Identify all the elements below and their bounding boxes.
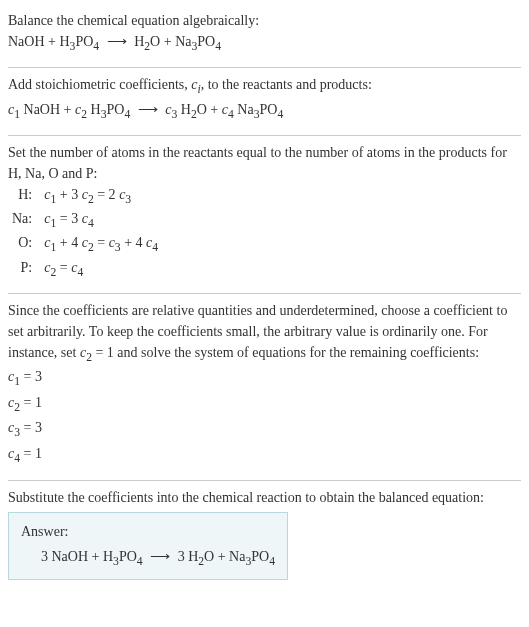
- eq-part: 3 H: [178, 549, 199, 564]
- eq-text: =: [94, 235, 109, 250]
- atom-equation-h: c1 + 3 c2 = 2 c3: [40, 184, 162, 208]
- atom-equation-p: c2 = c4: [40, 257, 162, 281]
- species-h: H: [177, 102, 191, 117]
- table-row: O: c1 + 4 c2 = c3 + 4 c4: [8, 232, 162, 256]
- atom-label-na: Na:: [8, 208, 40, 232]
- sub: 4: [124, 107, 130, 120]
- eq-value: = 1: [20, 395, 42, 410]
- atom-equation-o: c1 + 4 c2 = c3 + 4 c4: [40, 232, 162, 256]
- eq-part: O + Na: [204, 549, 245, 564]
- species-po: PO: [107, 102, 125, 117]
- eq-part: 3 NaOH + H: [41, 549, 113, 564]
- reaction-arrow-icon: ⟶: [150, 549, 170, 564]
- sub-4: 4: [93, 40, 99, 53]
- divider: [8, 293, 521, 294]
- species-h3po4-h: H: [59, 34, 69, 49]
- text-part: Add stoichiometric coefficients,: [8, 77, 191, 92]
- coeff-sub: 3: [125, 193, 131, 206]
- species-naoh: NaOH: [20, 102, 60, 117]
- species-h: H: [87, 102, 101, 117]
- species-h2o-h: H: [134, 34, 144, 49]
- solution-c3: c3 = 3: [8, 417, 521, 442]
- section-add-coefficients: Add stoichiometric coefficients, ci, to …: [8, 72, 521, 131]
- table-row: H: c1 + 3 c2 = 2 c3: [8, 184, 162, 208]
- atom-label-h: H:: [8, 184, 40, 208]
- reaction-arrow-icon: ⟶: [107, 34, 127, 49]
- eq-text: + 3: [56, 187, 81, 202]
- sub: 4: [137, 555, 143, 568]
- plus: +: [60, 102, 75, 117]
- coeff-sub: 4: [88, 217, 94, 230]
- eq-text: + 4: [56, 235, 81, 250]
- coeff-sub: 4: [152, 241, 158, 254]
- answer-label: Answer:: [21, 521, 275, 542]
- species-na3po4-po: PO: [197, 34, 215, 49]
- species-na3po4-na: Na: [175, 34, 191, 49]
- coeff-equation: c1 NaOH + c2 H3PO4 ⟶ c3 H2O + c4 Na3PO4: [8, 99, 521, 123]
- step-text: Substitute the coefficients into the che…: [8, 487, 521, 508]
- species-o: O: [197, 102, 207, 117]
- divider: [8, 135, 521, 136]
- text-part: = 1 and solve the system of equations fo…: [92, 345, 479, 360]
- eq-value: = 1: [20, 446, 42, 461]
- section-atom-equations: Set the number of atoms in the reactants…: [8, 140, 521, 289]
- eq-text: =: [56, 260, 71, 275]
- sub: 4: [277, 107, 283, 120]
- atom-equation-na: c1 = 3 c4: [40, 208, 162, 232]
- section-answer: Substitute the coefficients into the che…: [8, 485, 521, 587]
- section-solve: Since the coefficients are relative quan…: [8, 298, 521, 476]
- eq-text: + 4: [121, 235, 146, 250]
- eq-value: = 3: [20, 420, 42, 435]
- eq-part: PO: [119, 549, 137, 564]
- step-text: Since the coefficients are relative quan…: [8, 300, 521, 366]
- eq-value: = 3: [20, 369, 42, 384]
- eq-text: = 3: [56, 211, 81, 226]
- coeff-sub: 4: [77, 266, 83, 279]
- sub: 4: [269, 555, 275, 568]
- section-balance-prompt: Balance the chemical equation algebraica…: [8, 8, 521, 63]
- text-part: , to the reactants and products:: [201, 77, 372, 92]
- step-text: Add stoichiometric coefficients, ci, to …: [8, 74, 521, 98]
- species-naoh: NaOH: [8, 34, 45, 49]
- eq-text: = 2: [94, 187, 119, 202]
- plus: +: [45, 34, 60, 49]
- divider: [8, 67, 521, 68]
- atom-label-p: P:: [8, 257, 40, 281]
- prompt-text: Balance the chemical equation algebraica…: [8, 10, 521, 31]
- plus: +: [160, 34, 175, 49]
- reaction-arrow-icon: ⟶: [138, 102, 158, 117]
- divider: [8, 480, 521, 481]
- atom-label-o: O:: [8, 232, 40, 256]
- unbalanced-equation: NaOH + H3PO4 ⟶ H2O + Na3PO4: [8, 31, 521, 55]
- species-na: Na: [234, 102, 254, 117]
- answer-box: Answer: 3 NaOH + H3PO4 ⟶ 3 H2O + Na3PO4: [8, 512, 288, 579]
- table-row: Na: c1 = 3 c4: [8, 208, 162, 232]
- solution-c4: c4 = 1: [8, 443, 521, 468]
- species-h2o-o: O: [150, 34, 160, 49]
- table-row: P: c2 = c4: [8, 257, 162, 281]
- species-po: PO: [259, 102, 277, 117]
- atom-balance-table: H: c1 + 3 c2 = 2 c3 Na: c1 = 3 c4 O: c1 …: [8, 184, 162, 281]
- balanced-equation: 3 NaOH + H3PO4 ⟶ 3 H2O + Na3PO4: [21, 546, 275, 570]
- species-h3po4-po: PO: [75, 34, 93, 49]
- plus: +: [207, 102, 222, 117]
- sub-4: 4: [215, 40, 221, 53]
- step-text: Set the number of atoms in the reactants…: [8, 142, 521, 184]
- solution-c1: c1 = 3: [8, 366, 521, 391]
- solution-c2: c2 = 1: [8, 392, 521, 417]
- eq-part: PO: [251, 549, 269, 564]
